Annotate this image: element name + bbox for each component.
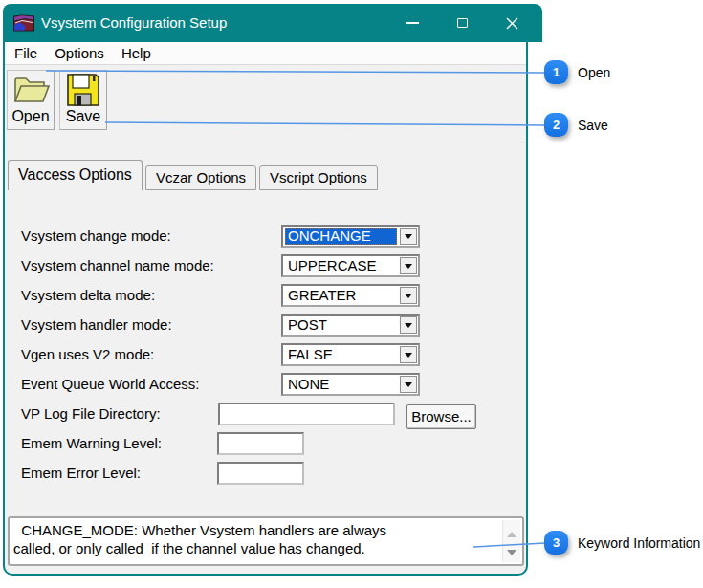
vp-log-file-directory-field[interactable] xyxy=(218,403,395,425)
label-emem-error-level: Emem Error Level: xyxy=(21,462,141,485)
tab-vczar-options[interactable]: Vczar Options xyxy=(145,165,256,190)
scroll-down-icon xyxy=(507,550,516,560)
scroll-up-button[interactable] xyxy=(503,522,520,539)
maximize-button[interactable] xyxy=(437,4,487,42)
chevron-down-icon xyxy=(405,294,412,302)
callout-1-badge: 1 xyxy=(544,60,568,84)
dropdown-value: UPPERCASE xyxy=(285,257,397,274)
titlebar: Vsystem Configuration Setup xyxy=(3,4,542,42)
callout-1: 1 Open xyxy=(544,60,610,84)
minimize-button[interactable] xyxy=(387,4,437,42)
label-emem-warning-level: Emem Warning Level: xyxy=(21,432,162,455)
dropdown-value: NONE xyxy=(285,376,397,393)
chevron-down-icon xyxy=(405,323,412,332)
dropdown-arrow-button[interactable] xyxy=(400,346,417,363)
dropdown-value: FALSE xyxy=(285,346,397,363)
window-body: File Options Help Open xyxy=(3,42,528,576)
dropdown-vsystem-channel-name-mode[interactable]: UPPERCASE xyxy=(281,254,420,277)
dropdown-event-queue-world-access[interactable]: NONE xyxy=(281,373,420,396)
chevron-down-icon xyxy=(405,353,412,361)
tab-vscript-options[interactable]: Vscript Options xyxy=(259,165,378,190)
info-line-1: CHANGE_MODE: Whether Vsystem handlers ar… xyxy=(13,521,499,539)
menu-help[interactable]: Help xyxy=(113,42,160,64)
app-icon xyxy=(13,14,34,32)
save-button[interactable]: Save xyxy=(59,70,107,130)
save-floppy-icon xyxy=(63,73,103,107)
callout-3-badge: 3 xyxy=(544,531,568,555)
dropdown-vsystem-handler-mode[interactable]: POST xyxy=(281,314,420,337)
save-button-label: Save xyxy=(60,107,106,126)
scroll-up-icon xyxy=(507,527,516,537)
menu-options[interactable]: Options xyxy=(46,42,113,64)
browse-button[interactable]: Browse... xyxy=(406,404,476,429)
dropdown-arrow-button[interactable] xyxy=(400,316,417,334)
menu-bar: File Options Help xyxy=(5,42,526,65)
chevron-down-icon xyxy=(405,264,412,272)
tab-strip: Vaccess Options Vczar Options Vscript Op… xyxy=(8,160,378,190)
info-scrollbar[interactable] xyxy=(502,520,520,562)
minimize-icon xyxy=(406,22,419,24)
label-vsystem-delta-mode: Vsystem delta mode: xyxy=(21,284,155,307)
callout-2-label: Save xyxy=(578,118,608,133)
dropdown-arrow-button[interactable] xyxy=(400,228,417,245)
label-vp-log-file-directory: VP Log File Directory: xyxy=(21,403,161,425)
callout-2: 2 Save xyxy=(544,113,608,137)
open-button[interactable]: Open xyxy=(7,70,55,130)
dropdown-value: POST xyxy=(285,316,397,334)
keyword-information-text: CHANGE_MODE: Whether Vsystem handlers ar… xyxy=(13,521,499,557)
menu-file[interactable]: File xyxy=(6,42,46,64)
label-vsystem-change-mode: Vsystem change mode: xyxy=(21,225,171,248)
tab-vaccess-options[interactable]: Vaccess Options xyxy=(8,160,143,190)
scroll-down-button[interactable] xyxy=(503,543,520,560)
chevron-down-icon xyxy=(405,382,412,391)
dropdown-arrow-button[interactable] xyxy=(400,376,417,393)
dropdown-arrow-button[interactable] xyxy=(400,257,417,274)
toolbar: Open Save xyxy=(5,66,526,142)
maximize-icon xyxy=(457,18,468,28)
dropdown-value: GREATER xyxy=(285,287,397,304)
callout-1-label: Open xyxy=(578,65,610,80)
window-title: Vsystem Configuration Setup xyxy=(41,4,227,42)
label-vgen-uses-v2-mode: Vgen uses V2 mode: xyxy=(21,343,154,366)
dropdown-value: ONCHANGE xyxy=(285,228,397,245)
chevron-down-icon xyxy=(405,234,412,243)
label-event-queue-world-access: Event Queue World Access: xyxy=(21,373,199,396)
close-button[interactable] xyxy=(487,4,537,42)
open-button-label: Open xyxy=(8,107,54,126)
info-line-2: called, or only called if the channel va… xyxy=(13,539,499,557)
dropdown-vsystem-change-mode[interactable]: ONCHANGE xyxy=(281,225,420,248)
page: Vsystem Configuration Setup File Options… xyxy=(0,0,703,588)
label-vsystem-channel-name-mode: Vsystem channel name mode: xyxy=(21,254,214,277)
callout-3: 3 Keyword Information xyxy=(544,531,700,555)
callout-2-badge: 2 xyxy=(544,113,568,137)
callout-3-label: Keyword Information xyxy=(578,535,700,551)
dropdown-vsystem-delta-mode[interactable]: GREATER xyxy=(281,284,420,307)
emem-warning-level-field[interactable] xyxy=(217,432,304,455)
keyword-information-box: CHANGE_MODE: Whether Vsystem handlers ar… xyxy=(8,516,524,566)
close-icon xyxy=(506,17,518,30)
window-controls xyxy=(387,4,537,42)
label-vsystem-handler-mode: Vsystem handler mode: xyxy=(21,314,172,337)
emem-error-level-field[interactable] xyxy=(217,462,304,485)
dropdown-arrow-button[interactable] xyxy=(400,287,417,304)
dropdown-vgen-uses-v2-mode[interactable]: FALSE xyxy=(281,343,420,366)
open-folder-icon xyxy=(11,73,51,107)
